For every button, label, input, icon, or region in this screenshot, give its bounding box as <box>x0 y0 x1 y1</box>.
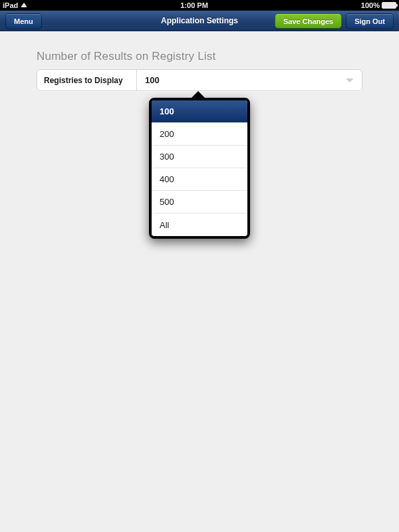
dropdown-option[interactable]: 200 <box>152 123 247 146</box>
dropdown-option[interactable]: 400 <box>152 168 247 191</box>
ios-status-bar: iPad 1:00 PM 100% <box>0 0 399 11</box>
dropdown-option[interactable]: 300 <box>152 146 247 168</box>
section-title: Number of Results on Registry List <box>37 50 362 63</box>
selected-value: 100 <box>145 75 160 85</box>
dropdown-option[interactable]: 100 <box>152 100 247 123</box>
dropdown-option[interactable]: 500 <box>152 191 247 213</box>
wifi-icon <box>21 3 27 7</box>
chevron-down-icon <box>346 78 354 82</box>
battery-pct: 100% <box>361 1 380 9</box>
menu-button[interactable]: Menu <box>5 13 42 29</box>
carrier-label: iPad <box>3 1 18 9</box>
registries-select[interactable]: 100 <box>137 70 362 90</box>
nav-bar: Menu Application Settings Save Changes S… <box>0 11 399 31</box>
dropdown-option[interactable]: All <box>152 213 247 236</box>
save-changes-button[interactable]: Save Changes <box>275 13 342 29</box>
page-title: Application Settings <box>161 16 238 25</box>
dropdown-popover: 100200300400500All <box>149 91 250 239</box>
popover-arrow <box>192 91 205 98</box>
battery-icon <box>382 2 396 9</box>
field-label: Registries to Display <box>37 70 137 90</box>
registries-field: Registries to Display 100 <box>37 69 362 91</box>
sign-out-button[interactable]: Sign Out <box>346 13 394 29</box>
status-time: 1:00 PM <box>27 1 361 9</box>
